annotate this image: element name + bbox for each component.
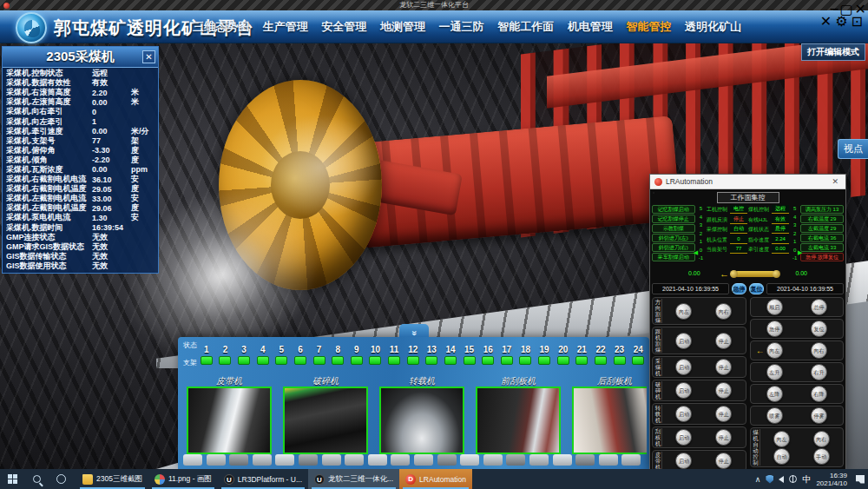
support-status-led[interactable] bbox=[219, 356, 231, 365]
thumbnail-tile[interactable] bbox=[460, 454, 479, 466]
round-button[interactable]: 向右 bbox=[715, 303, 732, 320]
round-button[interactable]: 停止 bbox=[715, 406, 732, 422]
reset-button[interactable]: 复位 bbox=[749, 283, 764, 294]
camera-panel[interactable]: 转载机 bbox=[379, 375, 464, 455]
round-button[interactable]: 启动 bbox=[675, 406, 692, 422]
thumbnail-tile[interactable] bbox=[529, 454, 549, 466]
support-status-led[interactable] bbox=[201, 356, 213, 365]
fault-stop-button[interactable]: 急停 故障复位 bbox=[800, 253, 844, 261]
support-status-led[interactable] bbox=[519, 356, 531, 365]
round-button[interactable]: 启动 bbox=[675, 359, 692, 375]
support-status-led[interactable] bbox=[351, 356, 363, 365]
close-icon[interactable]: ✕ bbox=[829, 177, 841, 186]
minimize-button[interactable]: – bbox=[831, 1, 838, 17]
camera-panel[interactable]: 后刮板机 bbox=[572, 375, 647, 455]
thumbnail-tile[interactable] bbox=[368, 454, 387, 466]
shearer-panel-header[interactable]: 2305采煤机 ✕ bbox=[3, 47, 158, 68]
nav-item-ventilation[interactable]: 一通三防 bbox=[436, 17, 488, 36]
estop-button[interactable]: 急停 bbox=[732, 283, 746, 294]
support-status-led[interactable] bbox=[294, 356, 306, 365]
round-button[interactable]: 手动 bbox=[813, 448, 830, 465]
nav-item-transparent-mine[interactable]: 透明化矿山 bbox=[681, 17, 745, 36]
taskbar-app-lrautomation[interactable]: DLRAutomation bbox=[399, 469, 472, 489]
cut-mode-button[interactable]: 示教割煤 bbox=[652, 224, 695, 233]
round-button[interactable]: 启动 bbox=[675, 382, 692, 399]
nav-item-safety[interactable]: 安全管理 bbox=[318, 17, 370, 36]
support-status-led[interactable] bbox=[238, 356, 250, 365]
round-button[interactable]: 停止 bbox=[715, 453, 732, 469]
round-button[interactable]: 停止 bbox=[715, 429, 732, 446]
nav-item-3d-situation[interactable]: 三维态势图 bbox=[189, 17, 253, 36]
round-button[interactable]: 右升 bbox=[811, 364, 827, 380]
support-status-led[interactable] bbox=[614, 356, 626, 365]
thumbnail-tile[interactable] bbox=[599, 454, 618, 466]
round-button[interactable]: 向右 bbox=[813, 431, 830, 447]
viewpoint-tab[interactable]: 视点 bbox=[838, 139, 868, 159]
close-icon[interactable]: ✕ bbox=[142, 50, 155, 63]
support-status-led[interactable] bbox=[407, 356, 419, 365]
thumbnail-tile[interactable] bbox=[229, 454, 248, 466]
nav-item-geology[interactable]: 地测管理 bbox=[377, 17, 429, 36]
round-button[interactable]: 向左← bbox=[766, 342, 783, 359]
cut-mode-button[interactable]: 采车割煤启动 bbox=[652, 253, 695, 261]
thumbnail-tile[interactable] bbox=[621, 454, 641, 466]
support-status-led[interactable] bbox=[444, 356, 457, 365]
thumbnail-tile[interactable] bbox=[207, 454, 226, 466]
thumbnail-tile[interactable] bbox=[575, 454, 595, 466]
thumbnail-tile[interactable] bbox=[345, 454, 364, 466]
motor-status-button[interactable]: 调高泵压力 13 bbox=[800, 205, 844, 214]
motor-status-button[interactable]: 左截温度 29 bbox=[800, 224, 844, 233]
thumbnail-tile[interactable] bbox=[414, 454, 433, 466]
round-button[interactable]: 喷雾 bbox=[766, 407, 783, 424]
round-button[interactable]: 左升 bbox=[766, 364, 783, 380]
support-status-led[interactable] bbox=[557, 356, 569, 365]
support-status-led[interactable] bbox=[257, 356, 269, 365]
support-status-led[interactable] bbox=[275, 356, 287, 365]
taskbar-clock[interactable]: 16:39 2021/4/10 bbox=[816, 472, 847, 487]
thumbnail-tile[interactable] bbox=[322, 454, 341, 466]
search-button[interactable] bbox=[24, 469, 49, 489]
round-button[interactable]: 向右 bbox=[811, 342, 827, 359]
cut-mode-button[interactable]: 记忆割煤停止 bbox=[652, 215, 695, 223]
thumbnail-tile[interactable] bbox=[437, 454, 457, 466]
taskbar-app-longruan-platform[interactable]: U龙软二三维一体化... bbox=[308, 469, 399, 489]
collapse-panel-button[interactable]: » bbox=[399, 324, 429, 337]
support-status-led[interactable] bbox=[538, 356, 550, 365]
round-button[interactable]: 顺启 bbox=[766, 299, 783, 315]
support-status-led[interactable] bbox=[501, 356, 513, 365]
camera-panel[interactable]: 皮带机 bbox=[187, 375, 272, 455]
thumbnail-tile[interactable] bbox=[299, 454, 318, 466]
camera-feed[interactable] bbox=[572, 387, 647, 454]
ime-indicator[interactable]: 中 bbox=[802, 473, 811, 486]
support-status-led[interactable] bbox=[425, 356, 437, 365]
motor-status-button[interactable]: 左截电流 33 bbox=[800, 243, 844, 252]
taskbar-app-paint-11png[interactable]: 11.png - 画图 bbox=[148, 469, 218, 489]
camera-feed[interactable] bbox=[283, 387, 368, 454]
start-button[interactable] bbox=[0, 469, 24, 489]
thumbnail-tile[interactable] bbox=[506, 454, 525, 466]
cut-mode-button[interactable]: 斜切进刀(右) bbox=[652, 243, 695, 252]
support-status-led[interactable] bbox=[482, 356, 494, 365]
nav-item-smart-face[interactable]: 智能工作面 bbox=[494, 17, 557, 36]
support-status-led[interactable] bbox=[388, 356, 400, 365]
cortana-button[interactable] bbox=[49, 469, 73, 489]
round-button[interactable]: 急停 bbox=[766, 320, 783, 337]
volume-icon[interactable] bbox=[779, 476, 784, 483]
support-status-led[interactable] bbox=[632, 356, 644, 365]
open-edit-mode-button[interactable]: 打开编辑模式 bbox=[801, 43, 865, 61]
support-status-led[interactable] bbox=[369, 356, 381, 365]
maximize-button[interactable]: ▢ bbox=[839, 1, 852, 17]
round-button[interactable]: 停止 bbox=[715, 333, 732, 349]
camera-feed[interactable] bbox=[187, 387, 272, 454]
round-button[interactable]: 停止 bbox=[715, 359, 732, 375]
nav-item-mechatronics[interactable]: 机电管理 bbox=[564, 17, 616, 36]
nav-item-smart-control[interactable]: 智能管控 bbox=[622, 17, 674, 36]
cut-mode-button[interactable]: 记忆割煤启动 bbox=[652, 205, 695, 214]
round-button[interactable]: 停止 bbox=[715, 382, 732, 399]
thumbnail-tile[interactable] bbox=[391, 454, 410, 466]
network-icon[interactable] bbox=[789, 475, 797, 483]
thumbnail-tile[interactable] bbox=[275, 454, 294, 466]
round-button[interactable]: 左降 bbox=[766, 386, 783, 402]
motor-status-button[interactable]: 右截电流 36 bbox=[800, 234, 844, 242]
round-button[interactable]: 总停 bbox=[811, 299, 827, 315]
